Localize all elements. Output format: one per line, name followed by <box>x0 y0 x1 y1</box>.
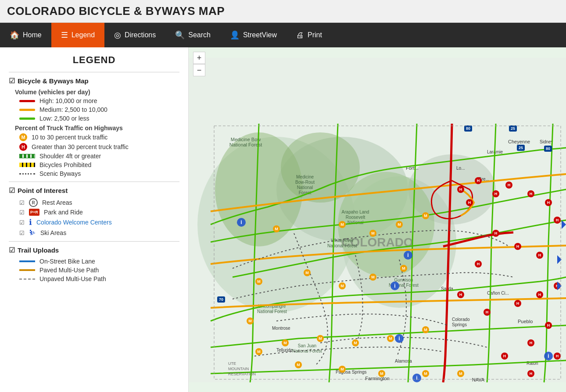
nav-streetview[interactable]: 👤 StreetView <box>220 23 287 47</box>
svg-text:M: M <box>248 319 252 323</box>
svg-text:National Forest: National Forest <box>327 243 357 248</box>
check-icon-ski[interactable]: ☑ <box>19 230 25 236</box>
svg-text:Montrose: Montrose <box>272 326 290 331</box>
svg-text:M: M <box>257 349 261 354</box>
svg-point-6 <box>281 132 360 203</box>
svg-text:80: 80 <box>466 126 470 131</box>
svg-text:San Juan: San Juan <box>298 343 316 348</box>
legend-item-bike-lane: On-Street Bike Lane <box>19 258 179 265</box>
streetview-icon: 👤 <box>230 30 240 40</box>
svg-text:Cheyenne: Cheyenne <box>508 139 530 144</box>
legend-item-truck-h: H Greater than 30 percent truck traffic <box>19 143 179 151</box>
nav-print[interactable]: 🖨 Print <box>287 23 332 47</box>
svg-text:UTE: UTE <box>228 361 236 366</box>
svg-text:Roosevelt: Roosevelt <box>346 215 365 220</box>
welcome-center-icon: ℹ <box>29 217 32 227</box>
nav-search[interactable]: 🔍 Search <box>165 23 220 47</box>
svg-text:Springs: Springs <box>452 322 467 327</box>
trail-orange-sample <box>19 269 35 271</box>
svg-text:Bow-Rout: Bow-Rout <box>295 180 315 185</box>
svg-text:H: H <box>530 371 533 376</box>
badge-h: H <box>19 143 27 151</box>
legend-item-rest: ☑ R Rest Areas <box>19 198 179 207</box>
svg-text:Colorado: Colorado <box>452 317 470 322</box>
nav-home[interactable]: 🏠 Home <box>0 23 51 47</box>
svg-text:H: H <box>547 200 550 205</box>
check-icon-rest[interactable]: ☑ <box>19 200 25 206</box>
svg-text:M: M <box>340 367 344 371</box>
print-icon: 🖨 <box>296 31 304 40</box>
page-title: COLORADO BICYCLE & BYWAYS MAP <box>7 4 559 18</box>
check-icon-trail[interactable]: ☑ <box>9 246 15 254</box>
svg-text:H: H <box>494 231 498 235</box>
svg-text:i: i <box>240 219 242 225</box>
rest-area-icon: R <box>29 198 38 207</box>
svg-text:M: M <box>398 222 401 227</box>
svg-text:H: H <box>508 183 511 187</box>
search-icon: 🔍 <box>175 30 185 40</box>
svg-text:H: H <box>503 354 506 358</box>
svg-text:25: 25 <box>519 146 523 150</box>
section-title-bicycle: ☑ Bicycle & Byways Map <box>9 77 179 85</box>
nav-directions[interactable]: ◎ Directions <box>104 23 165 47</box>
svg-text:i: i <box>398 335 400 342</box>
svg-text:Farmington: Farmington <box>365 376 390 381</box>
nav-legend-label: Legend <box>72 31 95 39</box>
svg-text:M: M <box>340 222 344 227</box>
svg-text:RESERVATION: RESERVATION <box>228 372 256 376</box>
svg-text:MOUNTAIN: MOUNTAIN <box>228 367 249 371</box>
svg-text:M: M <box>257 279 261 284</box>
check-icon-bicycle[interactable]: ☑ <box>9 77 15 85</box>
svg-text:Arapaho Land: Arapaho Land <box>342 210 369 214</box>
legend-item-truck-m: M 10 to 30 percent truck traffic <box>19 133 179 141</box>
svg-text:M: M <box>319 336 322 341</box>
svg-text:M: M <box>371 231 375 235</box>
main-layout: LEGEND ☑ Bicycle & Byways Map Volume (ve… <box>0 47 566 392</box>
legend-item-ski: ☑ ⛷ Ski Areas <box>19 229 179 237</box>
svg-text:National: National <box>297 185 313 190</box>
zoom-out-button[interactable]: − <box>193 64 205 76</box>
svg-text:Medicine Bow: Medicine Bow <box>231 137 261 142</box>
svg-text:H: H <box>486 310 489 314</box>
badge-m: M <box>19 133 27 141</box>
page-title-bar: COLORADO BICYCLE & BYWAYS MAP <box>0 0 566 23</box>
svg-text:M: M <box>424 214 427 218</box>
legend-section-poi: ☑ Point of Interest ☑ R Rest Areas ☑ P+R… <box>9 182 179 237</box>
nav-legend[interactable]: ☰ Legend <box>51 23 104 47</box>
svg-text:M: M <box>297 363 300 367</box>
check-icon-park[interactable]: ☑ <box>19 209 25 216</box>
navbar: 🏠 Home ☰ Legend ◎ Directions 🔍 Search 👤 … <box>0 23 566 47</box>
dotted-sample <box>19 173 35 175</box>
svg-text:H: H <box>530 192 533 196</box>
map-area[interactable]: + − COLORADO Medicine Bow National Fores… <box>189 47 566 392</box>
svg-text:H: H <box>477 178 480 183</box>
nav-print-label: Print <box>308 31 322 39</box>
legend-item-paved: Paved Multi-Use Path <box>19 267 179 274</box>
legend-title: LEGEND <box>9 54 179 66</box>
legend-item-prohibited: Bicycles Prohibited <box>19 161 179 168</box>
legend-item-scenic: Scenic Byways <box>19 170 179 177</box>
zoom-in-button[interactable]: + <box>193 52 205 64</box>
legend-item-high: High: 10,000 or more <box>19 97 179 104</box>
legend-item-shoulder: Shoulder 4ft or greater <box>19 153 179 160</box>
line-sample-orange <box>19 109 35 111</box>
legend-section-trail: ☑ Trail Uploads On-Street Bike Lane Pave… <box>9 241 179 282</box>
park-ride-icon: P+R <box>29 209 39 216</box>
legend-item-medium: Medium: 2,500 to 10,000 <box>19 106 179 113</box>
svg-text:M: M <box>424 371 427 376</box>
svg-text:i: i <box>548 353 549 359</box>
directions-icon: ◎ <box>114 30 121 40</box>
map-svg[interactable]: COLORADO Medicine Bow National Forest Me… <box>189 47 566 392</box>
check-icon-poi[interactable]: ☑ <box>9 186 15 195</box>
svg-text:i: i <box>416 375 417 381</box>
check-icon-welcome[interactable]: ☑ <box>19 219 25 226</box>
nav-search-label: Search <box>188 31 211 39</box>
trail-blue-sample <box>19 260 35 262</box>
svg-text:H: H <box>516 244 519 249</box>
legend-item-unpaved: Unpaved Multi-Use Path <box>19 275 179 282</box>
svg-text:M: M <box>305 271 309 275</box>
svg-text:National Forest: National Forest <box>229 142 262 147</box>
svg-text:25: 25 <box>511 126 515 131</box>
svg-text:H: H <box>477 262 480 266</box>
svg-text:White River: White River <box>331 238 354 243</box>
